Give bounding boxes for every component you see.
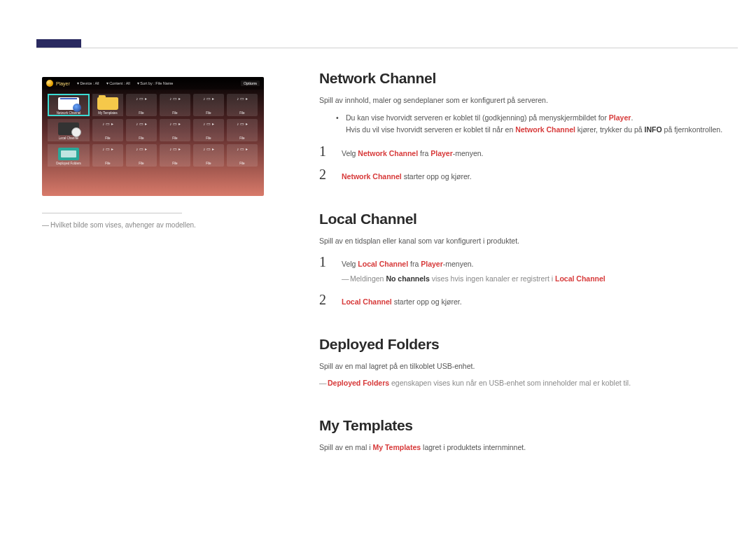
content-filter: ▾ Content : All xyxy=(106,81,130,85)
cell-network-channel: Network Channel xyxy=(48,94,90,116)
clock-icon xyxy=(58,122,79,135)
left-column: Player ▾ Device : All ▾ Content : All ▾ … xyxy=(42,77,266,230)
network-heading: Network Channel xyxy=(319,70,735,87)
file-cell: ♪ ▭ ▸File xyxy=(227,119,258,141)
device-filter: ▾ Device : All xyxy=(77,81,99,85)
step-number: 2 xyxy=(319,292,329,308)
local-intro: Spill av en tidsplan eller kanal som var… xyxy=(319,236,735,247)
network-intro: Spill av innhold, maler og sendeplaner s… xyxy=(319,95,735,106)
step-number: 1 xyxy=(319,143,329,160)
player-topbar: Player ▾ Device : All ▾ Content : All ▾ … xyxy=(42,77,264,90)
deployed-icon xyxy=(58,148,79,160)
file-cell: ♪ ▭ ▸File xyxy=(193,144,224,167)
step-number: 1 xyxy=(319,254,329,270)
right-column: Network Channel Spill av innhold, maler … xyxy=(319,70,735,482)
network-step-1: 1 Velg Network Channel fra Player-menyen… xyxy=(319,143,735,160)
file-cell: ♪ ▭ ▸File xyxy=(92,119,123,141)
deployed-note: Deployed Folders egenskapen vises kun nå… xyxy=(319,377,735,389)
local-step-1: 1 Velg Local Channel fra Player-menyen. … xyxy=(319,254,735,285)
file-cell: ♪ ▭ ▸File xyxy=(126,94,157,116)
local-channel-section: Local Channel Spill av en tidsplan eller… xyxy=(319,211,735,307)
folder-icon xyxy=(97,97,118,110)
network-step-2: 2 Network Channel starter opp og kjører. xyxy=(319,167,735,183)
cell-local-channel: Local Channel xyxy=(48,119,90,141)
local-step-2: 2 Local Channel starter opp og kjører. xyxy=(319,292,735,308)
options-button: Options xyxy=(241,80,260,86)
deployed-intro: Spill av en mal lagret på en tilkoblet U… xyxy=(319,361,735,372)
templates-heading: My Templates xyxy=(319,417,735,434)
player-screenshot: Player ▾ Device : All ▾ Content : All ▾ … xyxy=(42,77,264,196)
file-cell: ♪ ▭ ▸File xyxy=(193,94,224,116)
templates-intro: Spill av en mal i My Templates lagret i … xyxy=(319,442,735,454)
network-bullets: Du kan vise hvorvidt serveren er koblet … xyxy=(336,112,735,136)
file-cell: ♪ ▭ ▸File xyxy=(227,94,258,116)
network-channel-section: Network Channel Spill av innhold, maler … xyxy=(319,70,735,183)
player-title: Player xyxy=(56,81,70,86)
file-cell: ♪ ▭ ▸File xyxy=(227,144,258,167)
deployed-heading: Deployed Folders xyxy=(319,336,735,353)
cell-my-templates: My Templates xyxy=(92,94,123,116)
file-cell: ♪ ▭ ▸File xyxy=(193,119,224,141)
header-divider xyxy=(36,48,738,48)
file-cell: ♪ ▭ ▸File xyxy=(92,144,123,167)
network-channel-icon xyxy=(58,97,79,110)
sort-filter: ▾ Sort by : File Name xyxy=(137,81,174,85)
player-app-icon xyxy=(46,80,53,87)
deployed-folders-section: Deployed Folders Spill av en mal lagret … xyxy=(319,336,735,390)
local-step-1-note: Meldingen No channels vises hvis ingen k… xyxy=(342,273,735,285)
footnote-text: Hvilket bilde som vises, avhenger av mod… xyxy=(42,220,266,230)
cell-deployed-folders: Deployed Folders xyxy=(48,144,90,167)
step-number: 2 xyxy=(319,167,329,183)
file-cell: ♪ ▭ ▸File xyxy=(126,119,157,141)
network-bullet-1: Du kan vise hvorvidt serveren er koblet … xyxy=(336,112,735,136)
my-templates-section: My Templates Spill av en mal i My Templa… xyxy=(319,417,735,454)
footnote-divider xyxy=(42,213,182,213)
local-heading: Local Channel xyxy=(319,211,735,227)
accent-bar xyxy=(36,39,81,48)
file-cell: ♪ ▭ ▸File xyxy=(160,119,190,141)
file-cell: ♪ ▭ ▸File xyxy=(160,144,190,167)
player-grid: Network Channel My Templates ♪ ▭ ▸File ♪… xyxy=(42,92,264,168)
file-cell: ♪ ▭ ▸File xyxy=(160,94,190,116)
file-cell: ♪ ▭ ▸File xyxy=(126,144,157,167)
